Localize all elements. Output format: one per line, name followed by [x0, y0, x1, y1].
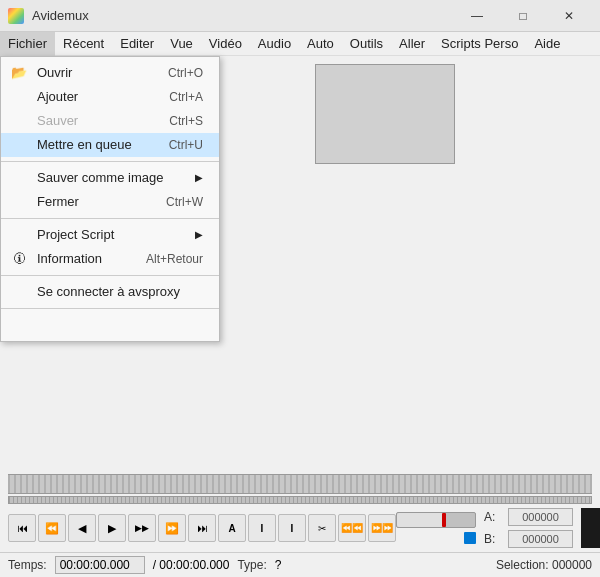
menu-outils[interactable]: Outils	[342, 32, 391, 56]
type-label: Type:	[237, 558, 266, 572]
selection-label: Selection: 000000	[496, 558, 592, 572]
app-icon	[8, 8, 24, 24]
a-input[interactable]	[508, 508, 573, 526]
app-title: Avidemux	[32, 8, 89, 23]
menu-quitter[interactable]	[1, 313, 219, 337]
prev-begin-button[interactable]: ⏮	[8, 514, 36, 542]
extra2-button[interactable]: ⏩⏩	[368, 514, 396, 542]
mark-a-button[interactable]: A	[218, 514, 246, 542]
info-icon: 🛈	[9, 249, 29, 269]
timeline-container	[0, 474, 600, 504]
a-field-row: A:	[484, 508, 573, 526]
b-input[interactable]	[508, 530, 573, 548]
title-bar-left: Avidemux	[8, 8, 89, 24]
controls-row: ⏮ ⏪ ◀ ▶ ▶▶ ⏩ ⏭ A I I ✂ ⏪⏪ ⏩⏩	[0, 504, 600, 552]
menu-aide[interactable]: Aide	[526, 32, 568, 56]
a-label: A:	[484, 510, 504, 524]
menu-video[interactable]: Vidéo	[201, 32, 250, 56]
time-total: / 00:00:00.000	[153, 558, 230, 572]
extra1-button[interactable]: ⏪⏪	[338, 514, 366, 542]
window-controls: — □ ✕	[454, 0, 592, 32]
submenu-arrow-2: ▶	[195, 229, 203, 240]
play-back-button[interactable]: ◀	[68, 514, 96, 542]
play-button[interactable]: ▶	[98, 514, 126, 542]
next-frame-button[interactable]: ⏩	[158, 514, 186, 542]
slider-thumb	[442, 513, 446, 527]
separator-1	[1, 161, 219, 162]
maximize-button[interactable]: □	[500, 0, 546, 32]
cut-button[interactable]: ✂	[308, 514, 336, 542]
separator-4	[1, 308, 219, 309]
menu-editer[interactable]: Editer	[112, 32, 162, 56]
menu-aller[interactable]: Aller	[391, 32, 433, 56]
menu-ajouter[interactable]: Ajouter Ctrl+A	[1, 85, 219, 109]
timeline-secondary[interactable]	[8, 496, 592, 504]
ab-controls	[396, 512, 476, 544]
menu-bar: Fichier 📂 Ouvrir Ctrl+O Ajouter Ctrl+A S…	[0, 32, 600, 56]
mark-i-button[interactable]: I	[248, 514, 276, 542]
blue-indicator	[464, 532, 476, 544]
temps-label: Temps:	[8, 558, 47, 572]
type-value: ?	[275, 558, 282, 572]
bottom-area: ⏮ ⏪ ◀ ▶ ▶▶ ⏩ ⏭ A I I ✂ ⏪⏪ ⏩⏩	[0, 474, 600, 577]
menu-mettre-queue[interactable]: Mettre en queue Ctrl+U	[1, 133, 219, 157]
menu-avsproxy[interactable]: Se connecter à avsproxy	[1, 280, 219, 304]
right-controls: A: B:	[396, 508, 600, 548]
menu-vue[interactable]: Vue	[162, 32, 201, 56]
status-bar: Temps: / 00:00:00.000 Type: ? Selection:…	[0, 552, 600, 577]
menu-audio[interactable]: Audio	[250, 32, 299, 56]
minimize-button[interactable]: —	[454, 0, 500, 32]
menu-scripts[interactable]: Scripts Perso	[433, 32, 526, 56]
menu-project-script[interactable]: Project Script ▶	[1, 223, 219, 247]
submenu-arrow: ▶	[195, 172, 203, 183]
video-preview	[315, 64, 455, 164]
mark-b-button[interactable]: I	[278, 514, 306, 542]
menu-fermer[interactable]: Fermer Ctrl+W	[1, 190, 219, 214]
play-fwd-button[interactable]: ▶▶	[128, 514, 156, 542]
title-bar: Avidemux — □ ✕	[0, 0, 600, 32]
menu-recent[interactable]: Récent	[55, 32, 112, 56]
menu-sauver: Sauver Ctrl+S	[1, 109, 219, 133]
ab-fields: A: B:	[484, 508, 573, 548]
menu-fichier[interactable]: Fichier 📂 Ouvrir Ctrl+O Ajouter Ctrl+A S…	[0, 32, 55, 56]
preview-thumb	[581, 508, 600, 548]
separator-3	[1, 275, 219, 276]
menu-sauver-image[interactable]: Sauver comme image ▶	[1, 166, 219, 190]
separator-2	[1, 218, 219, 219]
folder-icon: 📂	[9, 63, 29, 83]
next-end-button[interactable]: ⏭	[188, 514, 216, 542]
close-button[interactable]: ✕	[546, 0, 592, 32]
menu-auto[interactable]: Auto	[299, 32, 342, 56]
b-label: B:	[484, 532, 504, 546]
fichier-dropdown: 📂 Ouvrir Ctrl+O Ajouter Ctrl+A Sauver Ct…	[0, 56, 220, 342]
b-field-row: B:	[484, 530, 573, 548]
playback-controls: ⏮ ⏪ ◀ ▶ ▶▶ ⏩ ⏭ A I I ✂ ⏪⏪ ⏩⏩	[8, 514, 396, 542]
time-input[interactable]	[55, 556, 145, 574]
mini-slider[interactable]	[396, 512, 476, 528]
slider-fill	[397, 513, 444, 527]
menu-information[interactable]: 🛈 Information Alt+Retour	[1, 247, 219, 271]
menu-ouvrir[interactable]: 📂 Ouvrir Ctrl+O	[1, 61, 219, 85]
timeline[interactable]	[8, 474, 592, 494]
prev-frame-button[interactable]: ⏪	[38, 514, 66, 542]
